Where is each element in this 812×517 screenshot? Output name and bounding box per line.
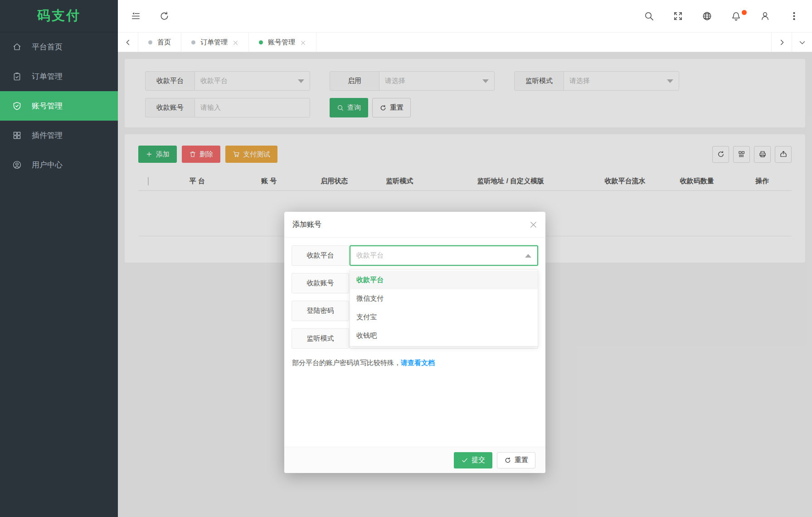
tab-close-icon[interactable] bbox=[300, 39, 306, 45]
dropdown-option-placeholder[interactable]: 收款平台 bbox=[350, 271, 538, 289]
submit-button-label: 提交 bbox=[472, 456, 485, 464]
user-icon[interactable] bbox=[760, 11, 770, 21]
tab-home[interactable]: 首页 bbox=[138, 33, 181, 52]
sidebar-item-label: 插件管理 bbox=[32, 130, 63, 141]
refresh-icon[interactable] bbox=[159, 11, 170, 21]
tab-label: 首页 bbox=[157, 38, 171, 47]
more-vertical-icon[interactable] bbox=[789, 11, 799, 21]
sidebar-item-label: 订单管理 bbox=[32, 71, 63, 82]
bell-icon[interactable] bbox=[731, 11, 741, 21]
modal-field-listen-mode-label: 监听模式 bbox=[292, 328, 349, 349]
modal-field-platform: 收款平台 收款平台 bbox=[292, 245, 538, 266]
chevron-right-icon bbox=[778, 39, 785, 46]
user-circle-icon bbox=[12, 160, 22, 170]
tabs-bar: 首页 订单管理 账号管理 bbox=[118, 32, 812, 52]
modal-field-account-label: 收款账号 bbox=[292, 273, 349, 293]
tab-status-dot bbox=[191, 40, 195, 44]
modal-field-platform-label: 收款平台 bbox=[292, 245, 349, 266]
sidebar-item-label: 平台首页 bbox=[32, 42, 63, 52]
grid-icon bbox=[12, 131, 22, 140]
platform-dropdown-panel: 收款平台 微信支付 支付宝 收钱吧 bbox=[350, 269, 538, 346]
modal-field-password-label: 登陆密码 bbox=[292, 301, 349, 321]
chevron-left-icon bbox=[125, 39, 131, 46]
app-window: 码支付 平台首页 订单管理 账号管理 插件管理 bbox=[0, 0, 812, 517]
collapse-menu-icon[interactable] bbox=[131, 11, 141, 21]
modal-note-text: 部分平台的账户密码填写比较特殊， bbox=[292, 359, 401, 366]
sidebar: 码支付 平台首页 订单管理 账号管理 插件管理 bbox=[0, 0, 118, 517]
modal-header: 添加账号 bbox=[284, 212, 545, 238]
sidebar-item-label: 用户中心 bbox=[32, 160, 63, 170]
tabs-spacer bbox=[316, 33, 771, 52]
modal-body: 收款平台 收款平台 收款账号 登陆密码 bbox=[284, 238, 545, 447]
globe-icon[interactable] bbox=[702, 11, 712, 21]
modal-note: 部分平台的账户密码填写比较特殊，请查看文档 bbox=[292, 359, 538, 367]
topbar bbox=[118, 0, 812, 32]
fullscreen-icon[interactable] bbox=[673, 11, 683, 21]
submit-button[interactable]: 提交 bbox=[454, 452, 492, 468]
home-icon bbox=[12, 42, 22, 52]
add-account-modal: 添加账号 收款平台 收款平台 收款账号 bbox=[284, 212, 545, 473]
modal-platform-select[interactable]: 收款平台 bbox=[350, 245, 538, 266]
search-icon[interactable] bbox=[644, 11, 654, 21]
dropdown-option-shouqianba[interactable]: 收钱吧 bbox=[350, 327, 538, 345]
content-area: 收款平台 收款平台 启用 请选择 监听模式 bbox=[118, 52, 812, 517]
topbar-right bbox=[644, 11, 799, 21]
modal-footer: 提交 重置 bbox=[284, 447, 545, 473]
tabs-scroll-left-button[interactable] bbox=[118, 33, 138, 52]
modal-reset-button[interactable]: 重置 bbox=[497, 452, 535, 468]
sidebar-item-label: 账号管理 bbox=[32, 101, 63, 111]
caret-up-icon bbox=[525, 254, 531, 258]
tab-label: 订单管理 bbox=[200, 38, 228, 47]
tab-label: 账号管理 bbox=[268, 38, 295, 47]
dropdown-option-alipay[interactable]: 支付宝 bbox=[350, 308, 538, 327]
app-logo: 码支付 bbox=[0, 0, 118, 32]
sidebar-item-orders[interactable]: 订单管理 bbox=[0, 62, 118, 91]
modal-reset-button-label: 重置 bbox=[515, 456, 528, 464]
main-area: 首页 订单管理 账号管理 bbox=[118, 0, 812, 517]
tab-accounts[interactable]: 账号管理 bbox=[249, 33, 316, 52]
tab-status-dot bbox=[148, 40, 152, 44]
topbar-left bbox=[131, 11, 170, 21]
shield-check-icon bbox=[12, 101, 22, 111]
tab-orders[interactable]: 订单管理 bbox=[181, 33, 249, 52]
sidebar-item-user-center[interactable]: 用户中心 bbox=[0, 150, 118, 180]
close-icon[interactable] bbox=[530, 221, 537, 229]
sidebar-item-accounts[interactable]: 账号管理 bbox=[0, 91, 118, 121]
tabs-scroll-right-button[interactable] bbox=[771, 33, 792, 52]
notification-badge bbox=[742, 10, 747, 15]
modal-title: 添加账号 bbox=[292, 220, 321, 229]
sidebar-item-home[interactable]: 平台首页 bbox=[0, 32, 118, 62]
select-placeholder: 收款平台 bbox=[356, 251, 384, 260]
tab-status-dot bbox=[259, 40, 263, 44]
check-icon bbox=[461, 457, 468, 464]
tab-close-icon[interactable] bbox=[233, 39, 238, 45]
docs-link[interactable]: 请查看文档 bbox=[401, 359, 435, 366]
refresh-icon bbox=[504, 457, 511, 464]
sidebar-item-plugins[interactable]: 插件管理 bbox=[0, 121, 118, 150]
chevron-down-icon bbox=[799, 39, 806, 46]
dropdown-option-wechat-pay[interactable]: 微信支付 bbox=[350, 289, 538, 308]
clipboard-check-icon bbox=[12, 72, 22, 81]
tabs-menu-button[interactable] bbox=[792, 33, 812, 52]
